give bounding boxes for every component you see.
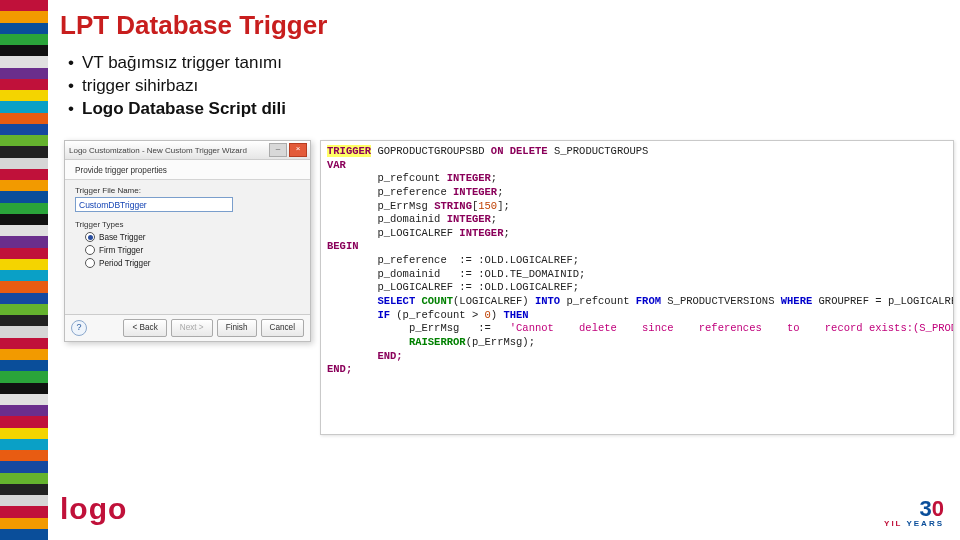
page-title: LPT Database Trigger: [60, 10, 327, 41]
radio-icon: [85, 245, 95, 255]
trigger-file-label: Trigger File Name:: [75, 186, 300, 195]
code-text: TRIGGER GOPRODUCTGROUPSBD ON DELETE S_PR…: [327, 145, 947, 377]
bullet-dot-icon: •: [68, 52, 82, 75]
radio-firm-trigger[interactable]: Firm Trigger: [85, 245, 300, 255]
minimize-icon[interactable]: –: [269, 143, 287, 157]
radio-period-trigger[interactable]: Period Trigger: [85, 258, 300, 268]
help-button[interactable]: ?: [71, 320, 87, 336]
bullet-text: VT bağımsız trigger tanımı: [82, 52, 282, 75]
wizard-subtitle: Provide trigger properties: [65, 160, 310, 180]
back-button[interactable]: < Back: [123, 319, 166, 337]
wizard-window-title: Logo Customization - New Custom Trigger …: [69, 146, 247, 155]
radio-icon: [85, 232, 95, 242]
radio-icon: [85, 258, 95, 268]
trigger-types-label: Trigger Types: [75, 220, 300, 229]
finish-button[interactable]: Finish: [217, 319, 257, 337]
radio-base-trigger[interactable]: Base Trigger: [85, 232, 300, 242]
bullet-dot-icon: •: [68, 98, 82, 121]
trigger-file-input[interactable]: [75, 197, 233, 212]
radio-label: Period Trigger: [99, 259, 150, 268]
bullet-item: • VT bağımsız trigger tanımı: [68, 52, 286, 75]
trigger-wizard-dialog: Logo Customization - New Custom Trigger …: [64, 140, 311, 342]
wizard-titlebar: Logo Customization - New Custom Trigger …: [65, 141, 310, 160]
bullet-dot-icon: •: [68, 75, 82, 98]
code-sample: TRIGGER GOPRODUCTGROUPSBD ON DELETE S_PR…: [320, 140, 954, 435]
logo-brand: logo: [60, 492, 127, 526]
bullet-list: • VT bağımsız trigger tanımı • trigger s…: [68, 52, 286, 121]
radio-label: Base Trigger: [99, 233, 145, 242]
close-icon[interactable]: ×: [289, 143, 307, 157]
bullet-text: trigger sihirbazı: [82, 75, 198, 98]
bullet-item: • trigger sihirbazı: [68, 75, 286, 98]
radio-label: Firm Trigger: [99, 246, 143, 255]
bullet-item: • Logo Database Script dili: [68, 98, 286, 121]
logo-anniversary: 30 YIL YEARS: [884, 499, 944, 528]
cancel-button[interactable]: Cancel: [261, 319, 305, 337]
next-button[interactable]: Next >: [171, 319, 213, 337]
decorative-strip: [0, 0, 48, 540]
bullet-text: Logo Database Script dili: [82, 98, 286, 121]
